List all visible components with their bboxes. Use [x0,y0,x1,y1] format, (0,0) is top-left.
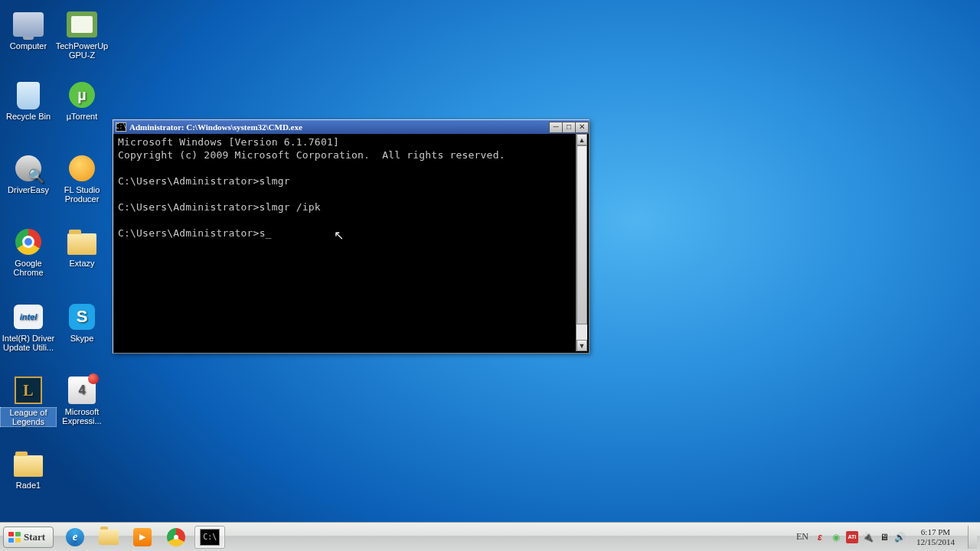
desktop-icon-skype[interactable]: S Skype [54,302,110,343]
cmd-window[interactable]: C:\ Administrator: C:\Windows\system32\C… [113,119,590,354]
chrome-icon [167,528,185,546]
cmd-prompt: C:\Users\Administrator> [118,227,260,239]
taskbar-media-player[interactable] [127,526,158,549]
start-button[interactable]: Start [3,527,54,548]
ie-icon [66,528,84,546]
cmd-cursor [266,227,272,239]
icon-label: Extazy [54,259,110,268]
scroll-up-button[interactable]: ▲ [577,134,587,145]
icon-label: Skype [54,334,110,343]
cmd-titlebar[interactable]: C:\ Administrator: C:\Windows\system32\C… [113,120,589,134]
drivereasy-icon [15,155,41,181]
desktop-icon-drivereasy[interactable]: DriverEasy [0,153,57,194]
utorrent-icon: µ [69,82,95,108]
flstudio-icon [69,155,95,181]
desktop-icon-expression[interactable]: 4 Microsoft Expressi... [54,375,110,425]
show-desktop-button[interactable] [968,526,977,549]
tray-volume-icon[interactable]: 🔊 [894,531,906,543]
recycle-bin-icon [17,82,40,109]
tray-device-icon[interactable]: 🔌 [862,531,874,543]
desktop-icon-utorrent[interactable]: µ µTorrent [54,80,110,121]
taskbar-cmd[interactable]: C:\ [194,526,225,549]
icon-label: League of Legends [0,407,57,427]
folder-icon [14,455,43,477]
desktop-icon-intel-driver[interactable]: intel Intel(R) Driver Update Utili... [0,302,57,352]
start-label: Start [24,531,45,543]
minimize-button[interactable]: ─ [549,122,563,133]
icon-label: FL Studio Producer [54,185,110,204]
tray-network-icon[interactable]: 🖥 [878,531,890,543]
cmd-icon: C:\ [200,529,220,546]
taskbar-chrome[interactable] [161,526,191,549]
clock-date: 12/15/2014 [916,537,955,547]
close-button[interactable]: ✕ [575,122,589,133]
skype-icon: S [69,304,95,330]
cmd-input-text: s [260,227,266,239]
cmd-scrollbar[interactable]: ▲ ▼ [576,134,587,351]
cmd-title-icon: C:\ [116,122,126,132]
computer-icon [13,12,44,37]
scroll-track[interactable] [577,145,587,340]
chrome-icon [15,229,41,255]
desktop-icon-gpuz[interactable]: TechPowerUp GPU-Z [54,9,110,60]
clock-time: 6:17 PM [916,527,955,537]
cmd-line: C:\Users\Administrator>slmgr [118,175,290,187]
tray-ati-icon[interactable]: ATI [846,531,858,543]
folder-icon [67,233,96,255]
league-of-legends-icon: L [15,377,42,404]
scroll-down-button[interactable]: ▼ [577,340,587,351]
explorer-icon [99,530,119,545]
taskbar[interactable]: Start C:\ EN ε ◉ ATI 🔌 🖥 🔊 6:17 PM 12/15… [0,522,980,551]
cmd-title-text: Administrator: C:\Windows\system32\CMD.e… [129,122,302,132]
maximize-button[interactable]: □ [562,122,576,133]
tray-epsilon-icon[interactable]: ε [814,531,826,543]
icon-label: µTorrent [54,112,110,121]
windows-flag-icon [8,532,21,543]
cmd-console[interactable]: Microsoft Windows [Version 6.1.7601] Cop… [115,134,576,351]
tray-utorrent-icon[interactable]: ◉ [830,531,842,543]
icon-label: DriverEasy [0,185,57,194]
icon-label: Microsoft Expressi... [54,407,110,425]
intel-icon: intel [14,305,43,329]
cmd-line: Microsoft Windows [Version 6.1.7601] [118,136,339,148]
cmd-line: Copyright (c) 2009 Microsoft Corporation… [118,149,505,161]
gpuz-icon [67,11,97,37]
icon-label: Computer [0,41,57,51]
taskbar-explorer[interactable] [93,526,124,549]
icon-label: TechPowerUp GPU-Z [54,41,110,60]
system-tray[interactable]: ε ◉ ATI 🔌 🖥 🔊 [814,531,906,543]
desktop-icon-computer[interactable]: Computer [0,9,57,51]
desktop-icon-flstudio[interactable]: FL Studio Producer [54,153,110,204]
expression-icon: 4 [68,377,96,404]
icon-label: Intel(R) Driver Update Utili... [0,334,57,352]
cmd-line: C:\Users\Administrator>slmgr /ipk [118,201,321,213]
desktop-icon-extazy[interactable]: Extazy [54,227,110,268]
icon-label: Google Chrome [0,259,57,277]
desktop-icon-recycle-bin[interactable]: Recycle Bin [0,80,57,121]
desktop-icon-league-of-legends[interactable]: L League of Legends [0,375,57,427]
scroll-thumb[interactable] [577,145,587,324]
desktop-icon-rade1[interactable]: Rade1 [0,448,57,490]
icon-label: Rade1 [0,481,57,490]
media-player-icon [133,528,152,546]
language-indicator[interactable]: EN [796,531,808,543]
taskbar-clock[interactable]: 6:17 PM 12/15/2014 [912,527,959,547]
desktop-icon-google-chrome[interactable]: Google Chrome [0,227,57,277]
taskbar-ie[interactable] [60,526,90,549]
icon-label: Recycle Bin [0,112,57,121]
